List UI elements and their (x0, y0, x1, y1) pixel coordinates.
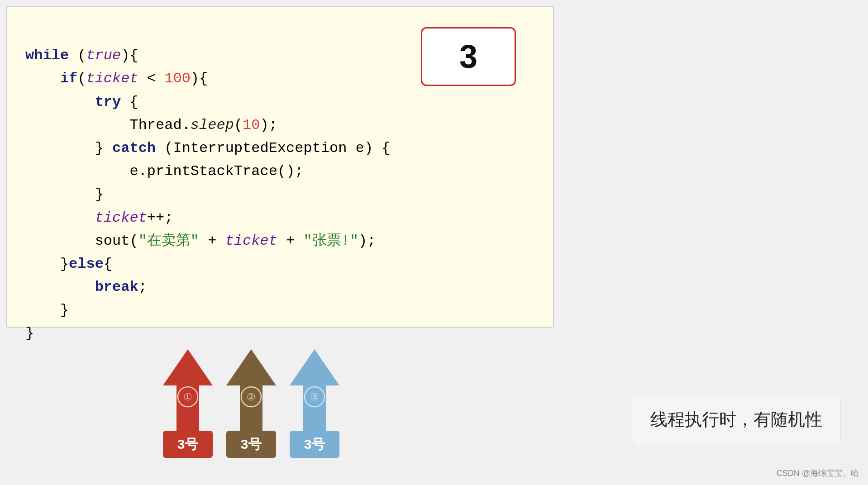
svg-text:①: ① (183, 391, 192, 403)
arrow-group-1: ① 3号 (163, 349, 213, 458)
badge-1: 3号 (163, 431, 213, 458)
arrows-area: ① 3号 ② 3号 ③ 3号 (163, 349, 339, 458)
svg-marker-6 (290, 349, 339, 431)
watermark: CSDN @海绵宝宝、哈 (777, 468, 859, 479)
info-text: 线程执行时，有随机性 (650, 410, 822, 429)
info-box: 线程执行时，有随机性 (632, 395, 841, 444)
arrow-1: ① (163, 349, 213, 431)
counter-value: 3 (459, 38, 477, 75)
badge-2: 3号 (226, 431, 276, 458)
badge-3: 3号 (290, 431, 339, 458)
svg-text:②: ② (247, 391, 256, 403)
arrow-group-2: ② 3号 (226, 349, 276, 458)
arrow-2: ② (226, 349, 276, 431)
svg-text:③: ③ (310, 391, 319, 403)
svg-marker-3 (226, 349, 276, 431)
arrow-3: ③ (290, 349, 339, 431)
counter-box: 3 (421, 27, 516, 86)
svg-marker-0 (163, 349, 213, 431)
arrow-group-3: ③ 3号 (290, 349, 339, 458)
